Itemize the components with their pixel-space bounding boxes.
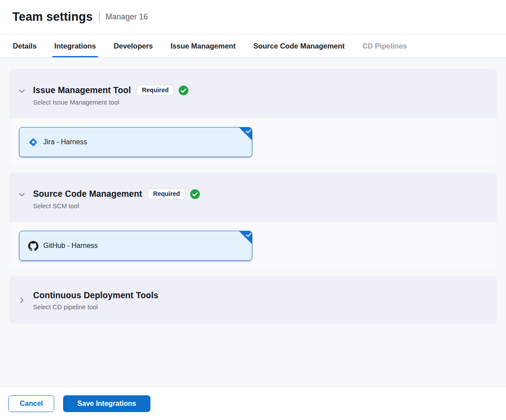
title-divider bbox=[99, 11, 100, 22]
section-issue-management-header[interactable]: Issue Management Tool Required Select Is… bbox=[9, 69, 497, 118]
page-header: Team settings Manager 16 bbox=[0, 0, 506, 34]
tab-cd-pipelines: CD Pipelines bbox=[360, 34, 409, 57]
section-issue-management-tool: Issue Management Tool Required Select Is… bbox=[9, 69, 497, 166]
tab-issue-management[interactable]: Issue Management bbox=[169, 34, 238, 57]
tab-details[interactable]: Details bbox=[11, 34, 39, 57]
tab-source-code-management[interactable]: Source Code Management bbox=[251, 34, 347, 57]
section-title-group: Issue Management Tool Required Select Is… bbox=[33, 85, 188, 106]
tab-integrations[interactable]: Integrations bbox=[52, 34, 98, 57]
section-issue-management-body: Jira - Harness bbox=[9, 118, 497, 166]
section-subtitle: Select CD pipeline tool bbox=[33, 304, 158, 311]
chevron-down-icon bbox=[18, 87, 26, 95]
footer-action-bar: Cancel Save Integrations bbox=[0, 386, 506, 420]
save-integrations-button[interactable]: Save Integrations bbox=[63, 395, 150, 412]
page-title: Team settings bbox=[12, 10, 93, 24]
section-title: Issue Management Tool bbox=[33, 85, 131, 95]
section-source-code-management: Source Code Management Required Select S… bbox=[9, 172, 497, 270]
section-title: Source Code Management bbox=[33, 189, 142, 199]
page-subtitle: Manager 16 bbox=[105, 12, 148, 22]
github-icon bbox=[28, 241, 38, 251]
required-badge: Required bbox=[148, 188, 185, 199]
section-subtitle: Select Issue Management tool bbox=[33, 99, 188, 106]
section-scm-header[interactable]: Source Code Management Required Select S… bbox=[9, 172, 497, 222]
section-scm-body: GitHub - Harness bbox=[9, 222, 497, 270]
chevron-down-icon bbox=[18, 191, 26, 199]
section-title-group: Source Code Management Required Select S… bbox=[33, 188, 200, 210]
section-subtitle: Select SCM tool bbox=[33, 202, 200, 210]
section-title: Continuous Deployment Tools bbox=[33, 290, 158, 300]
check-circle-icon bbox=[190, 189, 200, 199]
section-continuous-deployment-tools: Continuous Deployment Tools Select CD pi… bbox=[9, 276, 497, 324]
required-badge: Required bbox=[137, 85, 174, 96]
selected-corner-check-icon bbox=[239, 231, 252, 244]
check-circle-icon bbox=[179, 86, 188, 95]
option-card-jira[interactable]: Jira - Harness bbox=[19, 127, 252, 157]
option-label: Jira - Harness bbox=[43, 138, 87, 146]
jira-icon bbox=[28, 137, 38, 147]
section-cd-header[interactable]: Continuous Deployment Tools Select CD pi… bbox=[9, 276, 497, 324]
section-title-group: Continuous Deployment Tools Select CD pi… bbox=[33, 290, 158, 311]
option-card-github[interactable]: GitHub - Harness bbox=[19, 231, 252, 261]
tab-developers[interactable]: Developers bbox=[112, 34, 155, 57]
option-label: GitHub - Harness bbox=[43, 242, 98, 250]
tab-bar: Details Integrations Developers Issue Ma… bbox=[0, 34, 506, 58]
integrations-panel: Issue Management Tool Required Select Is… bbox=[0, 58, 506, 386]
selected-corner-check-icon bbox=[239, 127, 252, 141]
chevron-right-icon bbox=[18, 296, 26, 304]
cancel-button[interactable]: Cancel bbox=[8, 395, 54, 412]
